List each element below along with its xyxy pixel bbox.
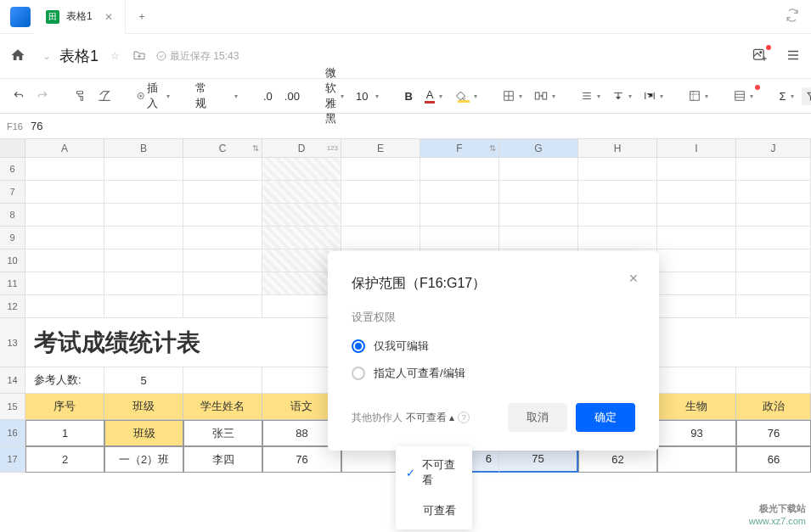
table-cell[interactable]: 66	[736, 446, 811, 473]
document-bar: ⌄ 表格1 ☆ 最近保存 15:43	[0, 34, 811, 78]
row-header[interactable]: 9	[0, 227, 25, 249]
increase-decimal-button[interactable]: .00	[280, 87, 304, 106]
cell-label[interactable]: 参考人数:	[25, 367, 104, 394]
protect-range-dialog: 保护范围（F16:G17） ✕ 设置权限 仅我可编辑 指定人可查看/编辑 其他协…	[328, 251, 659, 451]
row-header[interactable]: 7	[0, 181, 25, 204]
sync-icon[interactable]	[786, 8, 799, 25]
row-height-button[interactable]: ▾	[729, 87, 757, 105]
close-icon[interactable]: ✕	[104, 11, 113, 23]
col-header-b[interactable]: B	[104, 139, 183, 158]
fill-color-button[interactable]: ▾	[450, 87, 482, 106]
col-header-d[interactable]: D123	[262, 139, 341, 158]
row-header[interactable]: 8	[0, 204, 25, 227]
table-cell[interactable]	[657, 446, 736, 473]
tab-document[interactable]: 田 表格1 ✕	[34, 0, 126, 34]
menu-item-no-view[interactable]: ✓ 不可查看	[396, 450, 472, 496]
ok-button[interactable]: 确定	[576, 403, 635, 432]
new-tab-button[interactable]: ＋	[129, 4, 155, 30]
clear-format-button[interactable]	[93, 87, 115, 105]
horizontal-align-button[interactable]: ▾	[577, 87, 605, 104]
formula-bar: F16 76	[0, 114, 811, 139]
chevron-down-icon[interactable]: ⌄	[42, 50, 51, 62]
col-header-a[interactable]: A	[25, 139, 104, 158]
menu-item-can-view[interactable]: ✓ 可查看	[396, 496, 472, 526]
hamburger-menu-icon[interactable]	[786, 48, 801, 65]
star-icon[interactable]: ☆	[110, 50, 124, 62]
row-header[interactable]: 15	[0, 394, 25, 420]
formula-value[interactable]: 76	[24, 120, 49, 132]
radio-only-me[interactable]: 仅我可编辑	[352, 339, 635, 354]
row-header[interactable]: 17	[0, 446, 25, 473]
col-header-g[interactable]: G	[499, 139, 578, 158]
row-header[interactable]: 14	[0, 367, 25, 394]
check-icon: ✓	[406, 467, 415, 479]
freeze-panes-button[interactable]: ▾	[684, 87, 712, 105]
svg-rect-7	[690, 92, 700, 101]
row-header[interactable]: 10	[0, 249, 25, 272]
svg-rect-5	[536, 92, 540, 99]
font-size-select[interactable]: 10▾	[352, 87, 383, 106]
undo-button[interactable]	[8, 87, 29, 105]
cancel-button[interactable]: 取消	[508, 403, 567, 432]
tab-label: 表格1	[66, 9, 93, 24]
filter-button[interactable]	[802, 87, 812, 105]
insert-menu[interactable]: 插入▾	[132, 77, 174, 115]
document-title[interactable]: 表格1	[59, 46, 99, 66]
col-header-h[interactable]: H	[578, 139, 657, 158]
row-header[interactable]: 16	[0, 420, 25, 446]
borders-button[interactable]: ▾	[498, 87, 527, 105]
table-cell[interactable]: 张三	[183, 420, 262, 446]
sheet-icon: 田	[46, 10, 59, 24]
svg-point-0	[157, 52, 166, 60]
app-logo[interactable]	[7, 3, 34, 31]
add-image-icon[interactable]	[752, 47, 769, 66]
toolbar: 插入▾ 常规▾ .0 .00 微软雅黑▾ 10▾ B A▾ ▾ ▾ ▾ ▾ ▾ …	[0, 78, 811, 114]
radio-assign-users[interactable]: 指定人可查看/编辑	[352, 366, 635, 381]
text-wrap-button[interactable]: ▾	[639, 87, 667, 104]
table-header[interactable]: 班级	[104, 394, 183, 420]
other-collab-label: 其他协作人 不可查看 ▴ ?	[352, 411, 470, 425]
decrease-decimal-button[interactable]: .0	[259, 87, 277, 106]
row-header[interactable]: 11	[0, 272, 25, 295]
number-format-select[interactable]: 常规▾	[191, 77, 242, 115]
filter-icon[interactable]: ⇅	[252, 143, 259, 153]
font-family-select[interactable]: 微软雅黑▾	[321, 62, 348, 130]
sigma-button[interactable]: Σ▾	[774, 87, 797, 106]
col-header-c[interactable]: C⇅	[183, 139, 262, 158]
table-cell[interactable]: 1	[25, 420, 104, 446]
col-header-e[interactable]: E	[341, 139, 420, 158]
table-cell[interactable]: 李四	[183, 446, 262, 473]
table-header[interactable]: 生物	[657, 394, 736, 420]
bold-button[interactable]: B	[400, 87, 416, 106]
home-icon[interactable]	[10, 48, 27, 64]
col-header-f[interactable]: F⇅	[420, 139, 499, 158]
table-cell[interactable]: 一（2）班	[104, 446, 183, 473]
help-icon[interactable]: ?	[458, 412, 470, 423]
table-cell[interactable]: 2	[25, 446, 104, 473]
svg-rect-8	[735, 92, 745, 101]
row-header[interactable]: 6	[0, 158, 25, 181]
table-cell[interactable]: 班级	[104, 420, 183, 446]
format-painter-button[interactable]	[70, 87, 90, 105]
cell-value[interactable]: 5	[104, 367, 183, 394]
close-icon[interactable]: ✕	[628, 272, 639, 285]
table-header[interactable]: 政治	[736, 394, 811, 420]
redo-button[interactable]	[32, 87, 53, 105]
vertical-align-button[interactable]: ▾	[608, 87, 636, 104]
row-header[interactable]: 13	[0, 318, 25, 367]
visibility-dropdown[interactable]: 不可查看 ▴	[406, 411, 454, 425]
col-header-i[interactable]: I	[657, 139, 736, 158]
table-header[interactable]: 序号	[25, 394, 104, 420]
merge-cells-button[interactable]: ▾	[530, 87, 560, 105]
col-header-j[interactable]: J	[736, 139, 811, 158]
table-cell[interactable]: 76	[262, 446, 341, 473]
table-cell[interactable]: 93	[657, 420, 736, 446]
filter-icon[interactable]: ⇅	[489, 143, 496, 153]
table-header[interactable]: 学生姓名	[183, 394, 262, 420]
table-cell[interactable]: 76	[736, 420, 811, 446]
folder-move-icon[interactable]	[132, 49, 148, 64]
font-color-button[interactable]: A▾	[420, 85, 448, 107]
row-header[interactable]: 12	[0, 295, 25, 318]
cell-reference[interactable]: F16	[0, 121, 24, 132]
select-all-corner[interactable]	[0, 139, 25, 158]
